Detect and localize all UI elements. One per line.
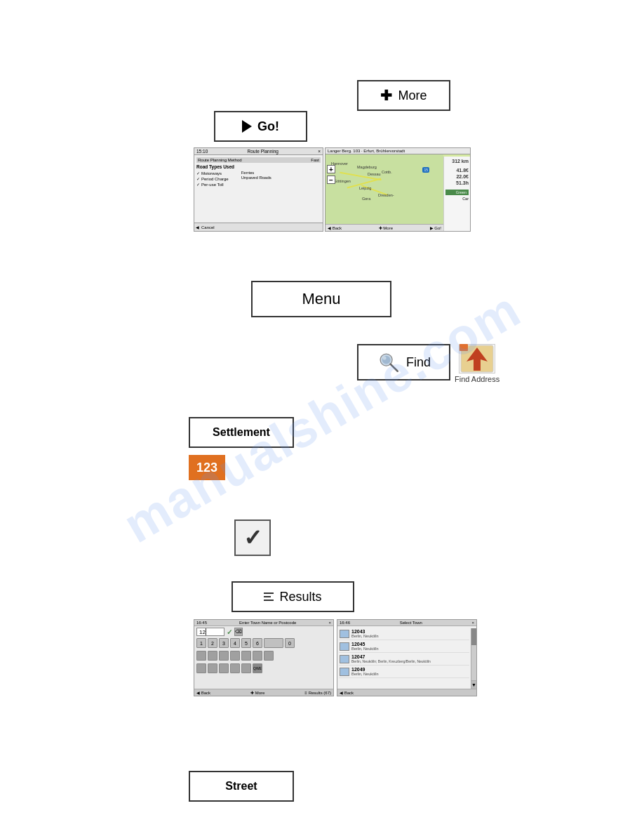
road-period-label: Period Charge bbox=[201, 177, 229, 181]
kbd-r2e bbox=[241, 663, 251, 673]
map-green: Green Car bbox=[445, 190, 469, 201]
svg-line-3 bbox=[391, 364, 398, 371]
results-scrollbar[interactable]: ▼ bbox=[471, 628, 476, 689]
find-button[interactable]: Find bbox=[357, 344, 450, 380]
plus-icon: ✚ bbox=[380, 87, 392, 104]
route-header: 15:10 Route Planning × bbox=[194, 148, 323, 155]
svg-rect-6 bbox=[459, 344, 468, 351]
settlement-button[interactable]: Settlement bbox=[189, 417, 294, 448]
kbd-r2c bbox=[219, 663, 229, 673]
route-time: 15:10 bbox=[196, 149, 208, 154]
kbd-more-btn: ✚ More bbox=[250, 690, 265, 695]
menu-label: Menu bbox=[302, 290, 340, 308]
city-magdeburg: Magdeburg bbox=[357, 165, 377, 169]
kbd-back-btn: ◀ Back bbox=[196, 690, 210, 695]
map-location: Langer Berg. 103 · Erfurt, Brühlervorsta… bbox=[328, 149, 405, 153]
checkmark-box[interactable]: ✓ bbox=[234, 519, 271, 556]
route-cancel-bar: ◀ Cancel bbox=[194, 223, 323, 231]
kbd-le bbox=[241, 651, 251, 661]
kbd-1: 1 bbox=[196, 638, 206, 648]
check-icon3: ✓ bbox=[196, 182, 200, 187]
result-icon-2 bbox=[340, 642, 349, 651]
street-button[interactable]: Street bbox=[189, 771, 294, 802]
result-city-4: Berlin, Neukölln bbox=[351, 672, 469, 676]
map-back-btn: ◀ Back bbox=[328, 225, 342, 230]
map-dist4: 51.3h bbox=[445, 180, 469, 185]
badge-123: 123 bbox=[189, 455, 225, 480]
result-item-3: 12047 Berlin, Neukölln; Berlin, Kreuzber… bbox=[339, 653, 469, 666]
go-button[interactable]: Go! bbox=[214, 111, 307, 142]
result-city-1: Berlin, Neukölln bbox=[351, 634, 469, 638]
find-address-icon bbox=[459, 344, 495, 373]
list-line-1 bbox=[264, 593, 274, 594]
list-line-2 bbox=[264, 596, 271, 597]
kbd-2: 2 bbox=[208, 638, 217, 648]
result-icon-3 bbox=[340, 655, 349, 663]
kbd-cursor bbox=[206, 628, 206, 635]
kbd-la bbox=[196, 651, 206, 661]
results-button[interactable]: Results bbox=[232, 581, 354, 612]
kbd-header: 16:45 Enter Town Name or Postcode × bbox=[194, 620, 333, 626]
results-time: 16:46 bbox=[340, 621, 350, 625]
screenshots-row: 16:45 Enter Town Name or Postcode × 12 ✓… bbox=[194, 619, 485, 696]
city-dessau: Dessau bbox=[368, 172, 381, 176]
road-motorways: ✓ Motorways bbox=[196, 171, 229, 176]
results-label: Results bbox=[279, 590, 321, 604]
route-left-panel: 15:10 Route Planning × Route Planning Me… bbox=[194, 147, 323, 232]
kbd-results-btn: ≡ Results (67) bbox=[304, 691, 331, 695]
cancel-label: Cancel bbox=[201, 225, 215, 230]
road-period: ✓ Period Charge bbox=[196, 176, 229, 181]
green-btn: Green bbox=[445, 190, 469, 195]
kbd-input-row: 12 ✓ ⌫ bbox=[194, 626, 333, 637]
map-zoom-minus[interactable]: − bbox=[327, 176, 335, 184]
kbd-0: 0 bbox=[285, 638, 295, 648]
result-item-1: 12043 Berlin, Neukölln bbox=[339, 628, 469, 640]
city-gottingen: Göttingen bbox=[334, 179, 351, 183]
kbd-r2b bbox=[208, 663, 217, 673]
checkmark-symbol: ✓ bbox=[243, 524, 262, 551]
kbd-lf bbox=[253, 651, 262, 661]
map-zoom-plus[interactable]: + bbox=[327, 165, 335, 173]
kbd-r2a bbox=[196, 663, 206, 673]
road-col-left: ✓ Motorways ✓ Period Charge ✓ Per-use To… bbox=[196, 171, 229, 187]
road-toll: ✓ Per-use Toll bbox=[196, 182, 229, 187]
result-num-2: 12045 bbox=[351, 642, 469, 647]
street-label: Street bbox=[225, 780, 257, 793]
scrollbar-down[interactable]: ▼ bbox=[471, 680, 476, 689]
find-address-area[interactable]: Find Address bbox=[455, 344, 499, 383]
map-dist3: 22.0€ bbox=[445, 174, 469, 179]
car-label: Car bbox=[445, 197, 469, 201]
magnifier-icon bbox=[377, 350, 401, 374]
kbd-bottom-bar: ◀ Back ✚ More ≡ Results (67) bbox=[194, 689, 333, 696]
find-label: Find bbox=[406, 355, 431, 370]
route-close: × bbox=[318, 149, 321, 154]
road-cols: ✓ Motorways ✓ Period Charge ✓ Per-use To… bbox=[196, 171, 321, 187]
result-num-4: 12049 bbox=[351, 667, 469, 672]
watermark: manualshine.com bbox=[114, 280, 530, 554]
result-icon-1 bbox=[340, 630, 349, 638]
results-list: 12043 Berlin, Neukölln 12045 Berlin, Neu… bbox=[337, 626, 476, 680]
results-screenshot-panel: 16:46 Select Town × 12043 Berlin, Neuköl… bbox=[337, 619, 477, 696]
settlement-label: Settlement bbox=[213, 426, 270, 439]
map-body: 15 Hannover Magdeburg Dessau Göttingen L… bbox=[326, 154, 443, 229]
more-button[interactable]: ✚ More bbox=[357, 80, 450, 111]
list-line-3 bbox=[264, 600, 274, 601]
method-value: Fast bbox=[311, 158, 319, 162]
map-dist2: 41.8€ bbox=[445, 168, 469, 173]
kbd-backspace: ⌫ bbox=[234, 628, 243, 636]
road-unpaved-label: Unpaved Roads bbox=[241, 176, 271, 180]
find-address-label: Find Address bbox=[455, 375, 499, 383]
result-item-4: 12049 Berlin, Neukölln bbox=[339, 666, 469, 678]
list-icon bbox=[264, 593, 274, 601]
result-icon-4 bbox=[340, 668, 349, 676]
menu-button[interactable]: Menu bbox=[251, 281, 391, 317]
check-icon2: ✓ bbox=[196, 176, 200, 181]
result-num-3: 12047 bbox=[351, 654, 469, 659]
results-back-btn: ◀ Back bbox=[340, 690, 354, 695]
find-area: Find Find Address bbox=[357, 344, 499, 383]
result-text-4: 12049 Berlin, Neukölln bbox=[351, 667, 469, 676]
results-close: × bbox=[471, 621, 474, 625]
map-body-container: 15 Hannover Magdeburg Dessau Göttingen L… bbox=[326, 154, 470, 229]
map-more-btn: ✚ More bbox=[379, 225, 393, 230]
result-text-1: 12043 Berlin, Neukölln bbox=[351, 629, 469, 638]
